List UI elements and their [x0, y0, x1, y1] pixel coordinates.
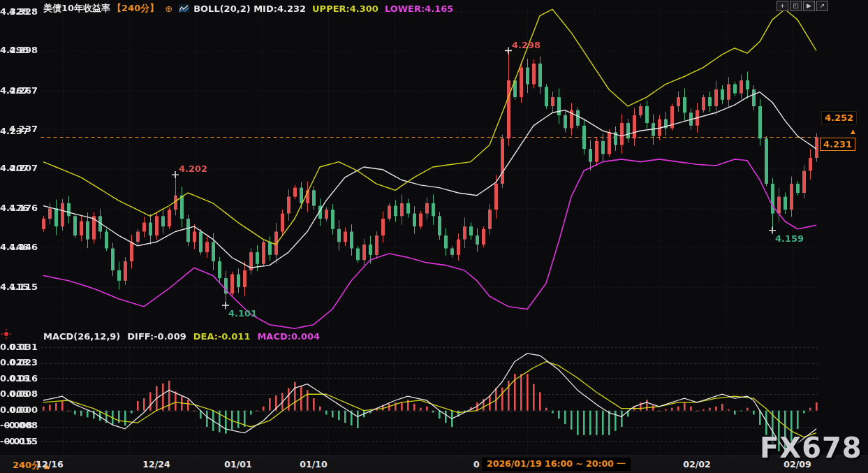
price-axis-label: 4.146	[0, 242, 29, 252]
last-price-badge: 4.231	[820, 138, 855, 151]
date-tick-partial: 0	[473, 459, 480, 470]
prev-close-badge: 4.252	[821, 111, 857, 124]
macd-axis-label: -0.008	[0, 420, 33, 430]
latest-marker-icon: ▲	[851, 128, 855, 135]
price-axis-label: 4.115	[0, 282, 29, 292]
macd-axis-label: -0.015	[0, 436, 33, 446]
price-axis-label: 4.237	[0, 126, 29, 136]
chart-window: 美债10年收益率 【240分】 ⊕ BOLL(20,2) MID:4.232 U…	[0, 0, 868, 473]
price-axis-label: 4.298	[0, 45, 29, 55]
boll-lower-label: LOWER:4.165	[385, 3, 453, 14]
alert-icon	[4, 332, 8, 336]
crosshair-date-tooltip: 2026/01/19 16:00 ~ 20:00 一	[482, 458, 631, 471]
chart-header: 美债10年收益率 【240分】 ⊕ BOLL(20,2) MID:4.232 U…	[43, 2, 453, 15]
date-tick: 01/01	[217, 459, 259, 470]
macd-axis-label: 0.008	[0, 388, 29, 399]
price-axis-label: 4.207	[0, 163, 29, 173]
date-tick: 02/02	[676, 459, 718, 470]
boll-value-label: BOLL(20,2) MID:4.232	[193, 3, 306, 14]
boll-upper-label: UPPER:4.300	[312, 3, 378, 14]
watermark: FX678	[760, 432, 862, 464]
macd-macd-label: MACD:0.004	[257, 331, 320, 342]
macd-diff-label: DIFF:-0.009	[127, 331, 186, 342]
macd-axis-label: 0.023	[0, 357, 29, 368]
macd-axis-label: 0.031	[0, 342, 29, 352]
chart-toolbar: + ◰ ▶ ↗	[777, 1, 828, 11]
macd-axis-label: 0.000	[0, 405, 29, 415]
indicator-chart-icon[interactable]	[179, 4, 189, 13]
timeframe-label[interactable]: 【240分】	[112, 2, 159, 15]
macd-axis-label: 0.016	[0, 373, 29, 384]
macd-params-label: MACD(26,12,9)	[43, 331, 120, 342]
time-axis-bar	[0, 456, 868, 473]
chart-canvas[interactable]	[0, 0, 868, 473]
play-button[interactable]: ▶	[803, 1, 815, 11]
price-axis-label: 4.176	[0, 203, 29, 213]
export-button[interactable]: ↗	[816, 1, 828, 11]
date-tick: 01/10	[293, 459, 334, 470]
date-tick: 12/16	[29, 459, 71, 470]
add-indicator-icon[interactable]: ⊕	[165, 3, 172, 14]
date-tick: 12/24	[135, 459, 177, 470]
price-axis-label: 4.328	[0, 6, 29, 17]
instrument-title: 美债10年收益率	[43, 2, 110, 15]
macd-dea-label: DEA:-0.011	[193, 331, 251, 342]
macd-header: MACD(26,12,9) DIFF:-0.009 DEA:-0.011 MAC…	[43, 331, 320, 342]
crosshair-tool-button[interactable]: +	[777, 1, 788, 11]
price-axis-label: 4.267	[0, 85, 29, 96]
pan-tool-button[interactable]: ◰	[790, 1, 802, 11]
